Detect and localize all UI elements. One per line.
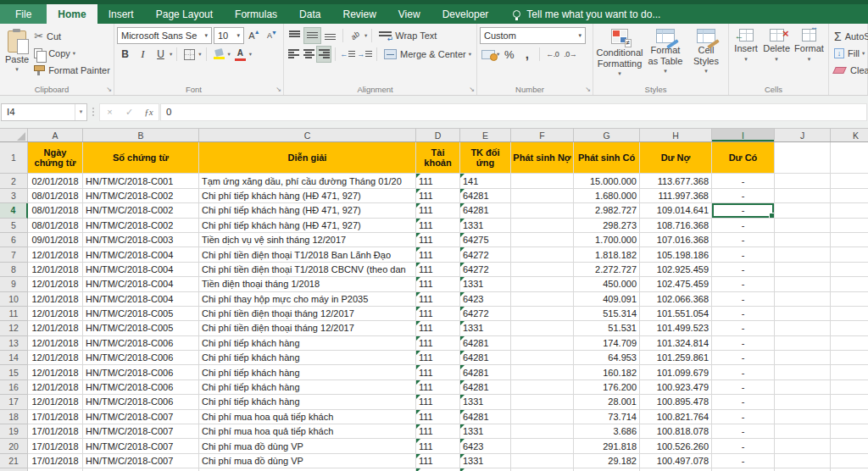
cell-K2[interactable] (831, 174, 868, 188)
cell-G1[interactable]: Phát sinh Có (574, 142, 640, 174)
cell-D11[interactable]: 111 (416, 307, 460, 321)
cell-G7[interactable]: 1.818.182 (574, 247, 640, 262)
cell-E11[interactable]: 64272 (460, 307, 511, 321)
cell-A8[interactable]: 12/01/2018 (28, 263, 83, 277)
cell-C17[interactable]: Chi phí tiếp khách hàng (199, 395, 416, 409)
cell-H2[interactable]: 113.677.368 (640, 174, 712, 188)
cell-G6[interactable]: 1.700.000 (574, 233, 640, 247)
cell-J11[interactable] (775, 307, 831, 321)
grow-font-button[interactable]: A▲ (246, 28, 262, 43)
cell-A21[interactable]: 17/01/2018 (28, 454, 83, 468)
cell-D14[interactable]: 111 (416, 351, 460, 365)
cell-K3[interactable] (831, 189, 868, 203)
cell-B14[interactable]: HN/TM/C/2018-C006 (83, 351, 199, 365)
cell-C18[interactable]: Chi phí mua hoa quả tiếp khách (199, 410, 416, 424)
align-top-button[interactable] (287, 28, 303, 43)
tab-formulas[interactable]: Formulas (224, 4, 288, 24)
cell-H11[interactable]: 101.551.054 (640, 307, 712, 321)
cell-D3[interactable]: 111 (416, 189, 460, 203)
align-right-button[interactable] (317, 47, 331, 62)
row-header-7[interactable]: 7 (0, 247, 28, 262)
cell-J4[interactable] (775, 203, 831, 218)
cell-C21[interactable]: Chi phí mua đồ dùng VP (199, 454, 416, 468)
cell-K5[interactable] (831, 219, 868, 233)
font-name-select[interactable]: Microsoft Sans Se ▾ (117, 27, 212, 44)
column-header-C[interactable]: C (199, 129, 416, 141)
cell-J13[interactable] (775, 336, 831, 351)
cell-K10[interactable] (831, 292, 868, 307)
accounting-format-button[interactable] (480, 47, 496, 62)
cell-J8[interactable] (775, 263, 831, 277)
cell-H9[interactable]: 102.475.459 (640, 277, 712, 291)
cell-D16[interactable]: 111 (416, 380, 460, 395)
cell-styles-button[interactable]: Cell Styles ▾ (687, 27, 725, 80)
cell-D8[interactable]: 111 (416, 263, 460, 277)
cell-E18[interactable]: 64281 (460, 410, 511, 424)
cell-J1[interactable] (775, 142, 831, 174)
row-header-9[interactable]: 9 (0, 277, 28, 291)
cell-F7[interactable] (511, 247, 574, 262)
format-as-table-button[interactable]: Format as Table ▾ (643, 27, 687, 80)
cell-B20[interactable]: HN/TM/C/2018-C007 (83, 439, 199, 453)
dialog-launcher-icon[interactable]: ↘ (106, 86, 112, 93)
align-middle-button[interactable] (304, 28, 320, 43)
cell-G16[interactable]: 176.200 (574, 380, 640, 395)
cell-J20[interactable] (775, 439, 831, 453)
row-header-2[interactable]: 2 (0, 174, 28, 188)
delete-cells-button[interactable]: × Delete ▾ (760, 27, 793, 80)
cell-D12[interactable]: 111 (416, 321, 460, 335)
cell-D7[interactable]: 111 (416, 247, 460, 262)
cell-E15[interactable]: 64281 (460, 365, 511, 380)
cell-H14[interactable]: 101.259.861 (640, 351, 712, 365)
cell-H13[interactable]: 101.324.814 (640, 336, 712, 351)
cell-C7[interactable]: Chi phí tiền điện thoại T1/2018 Ban Lãnh… (199, 247, 416, 262)
tab-insert[interactable]: Insert (97, 4, 145, 24)
cell-F4[interactable] (511, 203, 574, 218)
increase-decimal-button[interactable]: ←.0 (544, 47, 560, 62)
increase-indent-button[interactable]: → (357, 47, 372, 62)
cell-D20[interactable]: 111 (416, 439, 460, 453)
cell-H8[interactable]: 102.925.459 (640, 263, 712, 277)
cell-F15[interactable] (511, 365, 574, 380)
insert-function-icon[interactable]: ƒx (139, 107, 159, 117)
cell-C12[interactable]: Chi phí tiền điện thoại tháng 12/2017 (199, 321, 416, 335)
cell-H5[interactable]: 108.716.368 (640, 219, 712, 233)
cell-H7[interactable]: 105.198.186 (640, 247, 712, 262)
cell-B10[interactable]: HN/TM/C/2018-C004 (83, 292, 199, 307)
cell-C1[interactable]: Diễn giải (199, 142, 416, 174)
cell-K8[interactable] (831, 263, 868, 277)
cell-F6[interactable] (511, 233, 574, 247)
column-header-F[interactable]: F (511, 129, 574, 141)
cell-J21[interactable] (775, 454, 831, 468)
row-header-14[interactable]: 14 (0, 351, 28, 365)
cell-B1[interactable]: Số chứng từ (83, 142, 199, 174)
cell-K16[interactable] (831, 380, 868, 395)
font-size-select[interactable]: 10 ▾ (214, 27, 244, 44)
cell-C20[interactable]: Chi phí mua đồ dùng VP (199, 439, 416, 453)
cell-D21[interactable]: 111 (416, 454, 460, 468)
tab-file[interactable]: File (0, 4, 47, 24)
cell-A5[interactable]: 08/01/2018 (28, 219, 83, 233)
cell-C4[interactable]: Chi phí tiếp khách hàng (HĐ 471, 927) (199, 203, 416, 218)
cell-B15[interactable]: HN/TM/C/2018-C006 (83, 365, 199, 380)
cell-G12[interactable]: 51.531 (574, 321, 640, 335)
row-header-3[interactable]: 3 (0, 189, 28, 203)
wrap-text-button[interactable]: ↵ Wrap Text (376, 27, 439, 43)
cell-C8[interactable]: Chi phí tiền điện thoại T1/2018 CBCNV (t… (199, 263, 416, 277)
row-header-19[interactable]: 19 (0, 424, 28, 439)
cell-B13[interactable]: HN/TM/C/2018-C006 (83, 336, 199, 351)
cell-D15[interactable]: 111 (416, 365, 460, 380)
cell-I9[interactable]: - (712, 277, 775, 291)
cell-F3[interactable] (511, 189, 574, 203)
cell-K17[interactable] (831, 395, 868, 409)
cell-A11[interactable]: 12/01/2018 (28, 307, 83, 321)
cell-H21[interactable]: 100.497.078 (640, 454, 712, 468)
cell-E7[interactable]: 64272 (460, 247, 511, 262)
cell-J9[interactable] (775, 277, 831, 291)
cell-G13[interactable]: 174.709 (574, 336, 640, 351)
cell-I13[interactable]: - (712, 336, 775, 351)
formula-input[interactable]: 0 (160, 103, 867, 121)
borders-button[interactable] (181, 47, 198, 62)
cell-H10[interactable]: 102.066.368 (640, 292, 712, 307)
cell-A2[interactable]: 02/01/2018 (28, 174, 83, 188)
